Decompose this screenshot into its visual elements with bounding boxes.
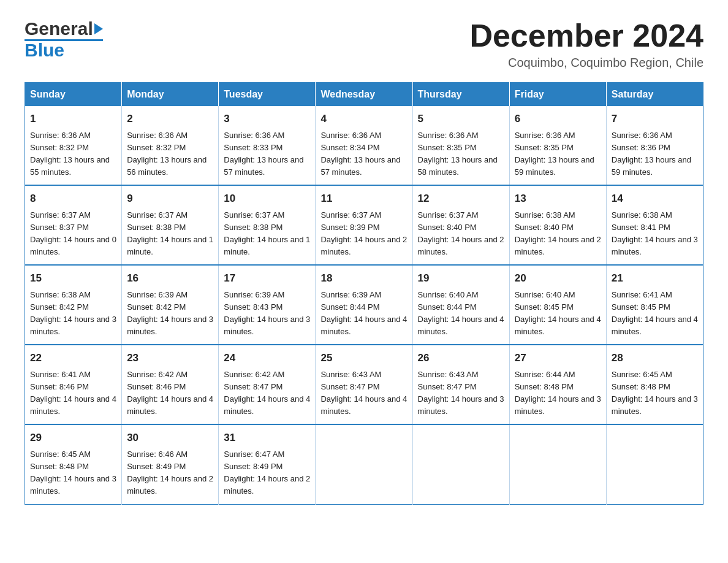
day-number: 27 (515, 350, 601, 366)
day-number: 24 (224, 350, 310, 366)
day-daylight: Daylight: 13 hours and 56 minutes. (127, 155, 207, 177)
day-number: 5 (418, 111, 504, 127)
day-number: 1 (30, 111, 116, 127)
col-header-saturday: Saturday (606, 83, 703, 107)
col-header-wednesday: Wednesday (316, 83, 412, 107)
calendar-cell: 14Sunrise: 6:38 AMSunset: 8:41 PMDayligh… (606, 185, 703, 265)
day-sunrise: Sunrise: 6:46 AM (127, 450, 188, 459)
day-daylight: Daylight: 14 hours and 3 minutes. (612, 394, 698, 416)
calendar-cell: 3Sunrise: 6:36 AMSunset: 8:33 PMDaylight… (219, 106, 316, 185)
day-number: 19 (418, 270, 504, 286)
day-daylight: Daylight: 13 hours and 57 minutes. (320, 155, 400, 177)
day-sunrise: Sunrise: 6:36 AM (612, 131, 672, 140)
day-number: 13 (515, 191, 601, 207)
col-header-sunday: Sunday (25, 83, 122, 107)
day-sunrise: Sunrise: 6:40 AM (418, 290, 479, 299)
day-daylight: Daylight: 14 hours and 3 minutes. (30, 474, 116, 496)
day-number: 17 (224, 270, 310, 286)
calendar-cell: 15Sunrise: 6:38 AMSunset: 8:42 PMDayligh… (25, 265, 122, 345)
day-sunrise: Sunrise: 6:38 AM (612, 210, 672, 220)
calendar-cell: 26Sunrise: 6:43 AMSunset: 8:47 PMDayligh… (412, 345, 509, 424)
day-sunrise: Sunrise: 6:37 AM (418, 210, 479, 220)
day-number: 25 (320, 350, 407, 366)
day-sunset: Sunset: 8:49 PM (224, 462, 282, 471)
day-sunrise: Sunrise: 6:38 AM (515, 210, 575, 220)
day-number: 20 (515, 270, 601, 286)
day-daylight: Daylight: 13 hours and 59 minutes. (515, 155, 594, 177)
calendar-week-row: 8Sunrise: 6:37 AMSunset: 8:37 PMDaylight… (25, 185, 703, 265)
day-sunset: Sunset: 8:32 PM (30, 143, 89, 152)
day-sunset: Sunset: 8:47 PM (224, 382, 282, 391)
calendar-cell: 16Sunrise: 6:39 AMSunset: 8:42 PMDayligh… (122, 265, 219, 345)
day-sunrise: Sunrise: 6:37 AM (127, 210, 188, 220)
day-sunset: Sunset: 8:39 PM (320, 223, 379, 232)
calendar-cell: 13Sunrise: 6:38 AMSunset: 8:40 PMDayligh… (509, 185, 606, 265)
logo-triangle-icon (94, 23, 103, 34)
day-number: 11 (320, 191, 407, 207)
day-daylight: Daylight: 14 hours and 1 minute. (127, 235, 213, 256)
day-sunset: Sunset: 8:38 PM (224, 223, 282, 232)
calendar-cell: 18Sunrise: 6:39 AMSunset: 8:44 PMDayligh… (316, 265, 412, 345)
day-sunset: Sunset: 8:48 PM (612, 382, 670, 391)
day-sunset: Sunset: 8:43 PM (224, 302, 282, 312)
day-sunrise: Sunrise: 6:41 AM (612, 290, 672, 299)
day-number: 2 (127, 111, 213, 127)
logo-general-text: General (25, 18, 93, 39)
day-sunset: Sunset: 8:47 PM (418, 382, 477, 391)
calendar-cell (412, 424, 509, 504)
day-sunrise: Sunrise: 6:39 AM (224, 290, 284, 299)
day-sunset: Sunset: 8:48 PM (30, 462, 89, 471)
day-daylight: Daylight: 14 hours and 4 minutes. (612, 315, 698, 336)
day-daylight: Daylight: 14 hours and 1 minute. (224, 235, 310, 256)
calendar-week-row: 29Sunrise: 6:45 AMSunset: 8:48 PMDayligh… (25, 424, 703, 504)
calendar-cell: 7Sunrise: 6:36 AMSunset: 8:36 PMDaylight… (606, 106, 703, 185)
day-daylight: Daylight: 14 hours and 3 minutes. (224, 315, 310, 336)
calendar-cell: 10Sunrise: 6:37 AMSunset: 8:38 PMDayligh… (219, 185, 316, 265)
day-sunset: Sunset: 8:44 PM (320, 302, 379, 312)
day-number: 29 (30, 430, 116, 446)
day-number: 9 (127, 191, 213, 207)
day-number: 12 (418, 191, 504, 207)
day-sunset: Sunset: 8:42 PM (127, 302, 186, 312)
day-daylight: Daylight: 14 hours and 4 minutes. (320, 315, 407, 336)
day-number: 6 (515, 111, 601, 127)
day-daylight: Daylight: 14 hours and 4 minutes. (515, 315, 601, 336)
calendar-table: SundayMondayTuesdayWednesdayThursdayFrid… (25, 82, 703, 504)
day-sunset: Sunset: 8:37 PM (30, 223, 89, 232)
day-sunset: Sunset: 8:46 PM (30, 382, 89, 391)
logo-blue-label: Blue (25, 40, 103, 61)
day-sunset: Sunset: 8:45 PM (612, 302, 670, 312)
day-sunset: Sunset: 8:34 PM (320, 143, 379, 152)
day-daylight: Daylight: 14 hours and 3 minutes. (612, 235, 698, 256)
day-daylight: Daylight: 14 hours and 3 minutes. (30, 315, 116, 336)
logo: General Blue (25, 18, 103, 61)
day-number: 23 (127, 350, 213, 366)
calendar-cell: 27Sunrise: 6:44 AMSunset: 8:48 PMDayligh… (509, 345, 606, 424)
calendar-cell: 29Sunrise: 6:45 AMSunset: 8:48 PMDayligh… (25, 424, 122, 504)
day-sunrise: Sunrise: 6:44 AM (515, 370, 575, 379)
calendar-header-row: SundayMondayTuesdayWednesdayThursdayFrid… (25, 83, 703, 107)
day-sunset: Sunset: 8:40 PM (515, 223, 574, 232)
day-sunset: Sunset: 8:48 PM (515, 382, 574, 391)
day-sunrise: Sunrise: 6:36 AM (127, 131, 188, 140)
day-sunset: Sunset: 8:41 PM (612, 223, 670, 232)
day-number: 21 (612, 270, 698, 286)
day-sunset: Sunset: 8:45 PM (515, 302, 574, 312)
calendar-cell: 8Sunrise: 6:37 AMSunset: 8:37 PMDaylight… (25, 185, 122, 265)
day-daylight: Daylight: 14 hours and 2 minutes. (320, 235, 407, 256)
calendar-cell: 31Sunrise: 6:47 AMSunset: 8:49 PMDayligh… (219, 424, 316, 504)
day-number: 7 (612, 111, 698, 127)
day-number: 8 (30, 191, 116, 207)
day-sunset: Sunset: 8:46 PM (127, 382, 186, 391)
day-sunrise: Sunrise: 6:37 AM (30, 210, 91, 220)
day-sunrise: Sunrise: 6:37 AM (320, 210, 381, 220)
calendar-cell: 22Sunrise: 6:41 AMSunset: 8:46 PMDayligh… (25, 345, 122, 424)
day-sunrise: Sunrise: 6:36 AM (224, 131, 284, 140)
calendar-cell: 25Sunrise: 6:43 AMSunset: 8:47 PMDayligh… (316, 345, 412, 424)
day-daylight: Daylight: 14 hours and 2 minutes. (127, 474, 213, 496)
day-daylight: Daylight: 13 hours and 59 minutes. (612, 155, 691, 177)
day-number: 4 (320, 111, 407, 127)
day-daylight: Daylight: 14 hours and 0 minutes. (30, 235, 116, 256)
day-sunset: Sunset: 8:47 PM (320, 382, 379, 391)
day-sunrise: Sunrise: 6:45 AM (30, 450, 91, 459)
